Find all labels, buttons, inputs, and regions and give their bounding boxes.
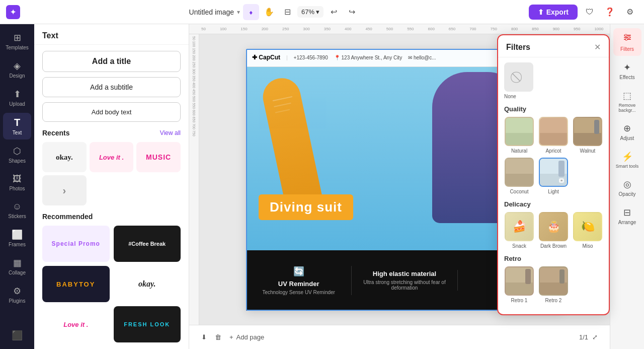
- rec-card-loveit2[interactable]: Love it .: [42, 306, 110, 342]
- filter-darkbrown-label: Dark Brown: [540, 243, 567, 249]
- filter-snack-label: Snack: [512, 243, 526, 249]
- bottom-col-uv: 🔄 UV Reminder Technology Sense UV Remind…: [246, 266, 352, 295]
- text-icon: T: [14, 117, 20, 128]
- filter-snack-thumb: 🍰: [505, 212, 534, 241]
- plugins-icon: ⚙: [13, 286, 21, 297]
- recent-okay[interactable]: okay.: [42, 142, 87, 172]
- rec-card-babytoy[interactable]: BABYTOY: [42, 266, 110, 302]
- quality-filter-grid: Natural Apricot Walnut: [504, 117, 603, 194]
- retro-section-title: Retro: [504, 255, 603, 262]
- right-panel-smart-tools[interactable]: ⚡ Smart tools: [613, 147, 641, 173]
- filter-walnut-label: Walnut: [580, 148, 596, 154]
- right-panel-arrange[interactable]: ⊟ Arrange: [613, 203, 641, 229]
- save-page-btn[interactable]: ⬇: [197, 330, 211, 344]
- hand-tool-btn[interactable]: ✋: [261, 4, 277, 20]
- filter-walnut[interactable]: Walnut: [573, 117, 603, 154]
- filters-content: ⃠ None Quality Natural: [498, 57, 609, 314]
- right-panel-opacity[interactable]: ◎ Opacity: [613, 175, 641, 201]
- filter-retro2[interactable]: Retro 2: [538, 266, 569, 303]
- sidebar-label-stickers: Stickers: [8, 214, 26, 219]
- sidebar-item-templates[interactable]: ⊞ Templates: [3, 28, 31, 54]
- filter-coconut-thumb: [505, 158, 534, 187]
- add-body-button[interactable]: Add body text: [42, 102, 181, 122]
- filter-miso-thumb: 🍋: [573, 212, 602, 241]
- rec-card-fresh[interactable]: FRESH LOOK: [114, 306, 181, 342]
- opacity-icon: ◎: [623, 179, 631, 190]
- sidebar-label-collage: Collage: [9, 270, 26, 275]
- sidebar-item-shapes[interactable]: ⬡ Shapes: [3, 142, 31, 168]
- right-panel-arrange-label: Arrange: [618, 220, 636, 225]
- zoom-value: 67%: [301, 8, 314, 16]
- add-subtitle-button[interactable]: Add a subtitle: [42, 77, 181, 97]
- effects-icon: ✦: [623, 62, 631, 73]
- sidebar-label-plugins: Plugins: [9, 298, 26, 304]
- document-title: Untitled image: [189, 8, 234, 16]
- rec-card-special[interactable]: Special Promo: [42, 226, 110, 262]
- undo-btn[interactable]: ↩: [326, 4, 342, 20]
- add-title-button[interactable]: Add a title: [42, 51, 181, 72]
- right-panel-filters[interactable]: Filters: [613, 28, 641, 56]
- collage-icon: ▦: [13, 257, 22, 268]
- filter-darkbrown[interactable]: 🎂 Dark Brown: [538, 212, 569, 249]
- right-panel-filters-label: Filters: [620, 46, 634, 52]
- rec-card-coffee[interactable]: #Coffee Break: [114, 226, 181, 262]
- filter-snack[interactable]: 🍰 Snack: [504, 212, 534, 249]
- filters-close-button[interactable]: ✕: [594, 42, 601, 52]
- sidebar-item-photos[interactable]: 🖼 Photos: [3, 170, 31, 195]
- stickers-icon: ☺: [13, 201, 22, 212]
- expand-btn[interactable]: ⤢: [588, 330, 602, 344]
- sidebar-item-frames[interactable]: ⬜ Frames: [3, 225, 31, 251]
- right-panel-adjust[interactable]: ⊕ Adjust: [613, 119, 641, 145]
- recent-more-arrow[interactable]: ›: [42, 175, 87, 205]
- pointer-tool-btn[interactable]: ⬧: [243, 4, 259, 20]
- add-page-icon: +: [229, 333, 233, 341]
- filter-none-grid: ⃠ None: [504, 62, 603, 99]
- redo-btn[interactable]: ↪: [344, 4, 360, 20]
- settings-icon-btn[interactable]: ⚙: [622, 4, 638, 20]
- title-chevron-icon[interactable]: ▾: [237, 9, 240, 16]
- recents-section-header: Recents View all: [42, 129, 181, 137]
- filter-retro1-label: Retro 1: [511, 298, 528, 303]
- filter-retro1[interactable]: Retro 1: [504, 266, 534, 303]
- horizontal-ruler: 5010015020025030035040045050055060065070…: [189, 24, 610, 34]
- right-panel-smart-tools-label: Smart tools: [616, 164, 639, 169]
- filter-miso[interactable]: 🍋 Miso: [573, 212, 603, 249]
- sidebar-item-text[interactable]: T Text: [3, 113, 31, 139]
- sidebar-item-design[interactable]: ◈ Design: [3, 56, 31, 83]
- sidebar-item-upload[interactable]: ⬆ Upload: [3, 85, 31, 111]
- filters-icon: [622, 32, 632, 45]
- add-page-button[interactable]: + Add page: [225, 330, 268, 344]
- add-page-label: Add page: [236, 333, 265, 341]
- rec-card-okay2[interactable]: okay.: [114, 266, 181, 302]
- right-panel-remove-bg-label: Remove backgr...: [615, 103, 639, 113]
- filter-apricot[interactable]: Apricot: [538, 117, 569, 154]
- right-panel-effects[interactable]: ✦ Effects: [613, 58, 641, 84]
- frames-icon: ⬜: [12, 229, 23, 240]
- sidebar-item-stickers[interactable]: ☺ Stickers: [3, 197, 31, 223]
- shield-icon-btn[interactable]: 🛡: [582, 4, 598, 20]
- recent-loveit[interactable]: Love it .: [90, 142, 134, 172]
- export-button[interactable]: ⬆ Export: [529, 5, 578, 20]
- sidebar-item-plugins[interactable]: ⚙ Plugins: [3, 282, 31, 308]
- filters-panel: Filters ✕ ⃠ None Quality: [497, 34, 610, 315]
- filter-retro2-label: Retro 2: [545, 298, 562, 303]
- filter-none-item[interactable]: ⃠ None: [504, 62, 603, 99]
- canvas-bottom-controls: ⬇ 🗑 + Add page 1/1 ⤢: [189, 325, 610, 349]
- filter-coconut[interactable]: Coconut: [504, 158, 534, 194]
- zoom-indicator[interactable]: 67% ▾: [297, 6, 324, 18]
- filter-apricot-label: Apricot: [545, 148, 561, 154]
- sidebar-item-ai[interactable]: ⬛: [3, 326, 31, 345]
- sidebar-item-collage[interactable]: ▦ Collage: [3, 253, 31, 280]
- filter-coconut-label: Coconut: [510, 189, 528, 194]
- recent-music[interactable]: MUSIC: [136, 142, 181, 172]
- export-icon: ⬆: [538, 8, 544, 16]
- sidebar-label-design: Design: [9, 73, 25, 79]
- help-icon-btn[interactable]: ❓: [602, 4, 618, 20]
- right-panel-remove-bg[interactable]: ⬚ Remove backgr...: [613, 86, 641, 117]
- view-toggle-btn[interactable]: ⊟: [279, 4, 295, 20]
- delete-btn[interactable]: 🗑: [211, 330, 225, 344]
- view-all-link[interactable]: View all: [160, 129, 181, 136]
- svg-point-9: [625, 34, 627, 36]
- filter-natural[interactable]: Natural: [504, 117, 534, 154]
- filter-light[interactable]: ≡ Light: [538, 158, 569, 194]
